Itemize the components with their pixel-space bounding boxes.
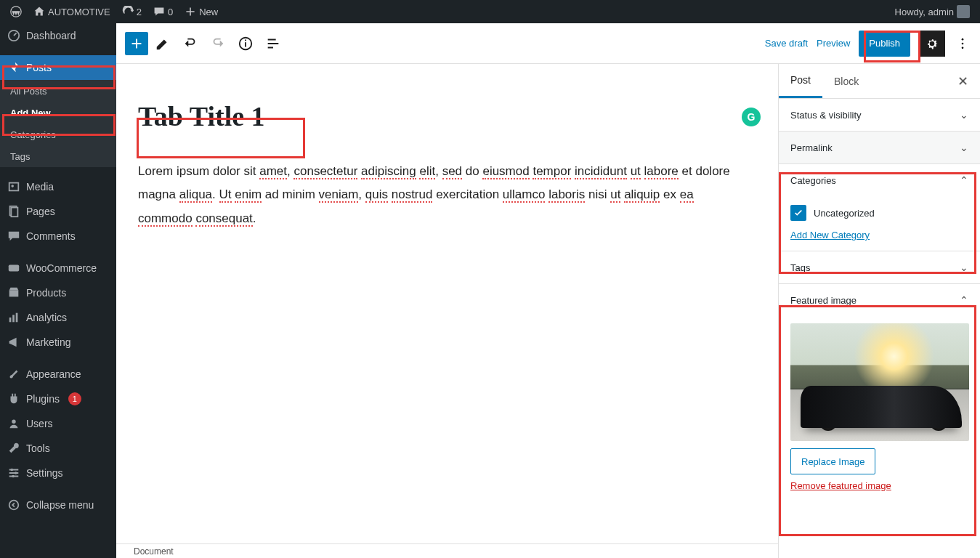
- sidebar-item-woocommerce[interactable]: WooCommerce: [0, 256, 116, 280]
- sidebar-item-label: Appearance: [26, 368, 81, 380]
- category-uncategorized[interactable]: Uncategorized: [790, 205, 968, 221]
- sidebar-item-settings[interactable]: Settings: [0, 461, 116, 485]
- svg-point-13: [15, 472, 17, 474]
- sidebar-item-analytics[interactable]: Analytics: [0, 305, 116, 330]
- sidebar-sub-tags[interactable]: Tags: [0, 145, 116, 167]
- comments-count: 0: [168, 7, 173, 17]
- panel-tags[interactable]: Tags ⌄: [779, 251, 980, 284]
- outline-button[interactable]: [260, 31, 286, 57]
- plugin-icon: [7, 392, 20, 405]
- comments-icon: [7, 230, 20, 243]
- sidebar-item-label: Plugins: [26, 393, 60, 405]
- svg-rect-17: [245, 42, 246, 46]
- avatar: [957, 5, 970, 18]
- close-settings-button[interactable]: ✕: [946, 73, 980, 89]
- refresh-icon: [122, 6, 134, 17]
- pages-icon: [7, 205, 20, 218]
- grammarly-badge[interactable]: G: [742, 108, 761, 126]
- save-draft-link[interactable]: Save draft: [765, 38, 808, 49]
- wp-logo[interactable]: [6, 0, 26, 23]
- more-menu-button[interactable]: [954, 31, 971, 57]
- svg-rect-9: [12, 315, 15, 322]
- replace-image-button[interactable]: Replace Image: [790, 448, 875, 474]
- tab-post[interactable]: Post: [779, 64, 822, 98]
- preview-link[interactable]: Preview: [817, 38, 850, 49]
- post-title-input[interactable]: Tab Title 1: [138, 93, 756, 140]
- sidebar-item-plugins[interactable]: Plugins 1: [0, 387, 116, 411]
- plugin-update-badge: 1: [68, 392, 81, 405]
- sidebar-item-pages[interactable]: Pages: [0, 199, 116, 224]
- analytics-icon: [7, 311, 20, 324]
- plus-icon: [129, 36, 145, 52]
- comments-link[interactable]: 0: [149, 0, 177, 23]
- redo-button[interactable]: [205, 31, 231, 57]
- tab-block[interactable]: Block: [822, 64, 870, 98]
- panel-categories-header[interactable]: Categories ⌃: [779, 164, 980, 196]
- sidebar-item-dashboard[interactable]: Dashboard: [0, 23, 116, 48]
- sidebar-sub-all-posts[interactable]: All Posts: [0, 80, 116, 102]
- sidebar-item-comments[interactable]: Comments: [0, 224, 116, 248]
- info-button[interactable]: [232, 31, 259, 57]
- howdy-link[interactable]: Howdy, admin: [891, 0, 974, 23]
- comment-icon: [153, 6, 165, 17]
- sidebar-item-label: Marketing: [26, 336, 70, 348]
- sidebar-item-users[interactable]: Users: [0, 411, 116, 436]
- editor-canvas[interactable]: G Tab Title 1 Lorem ipsum dolor sit amet…: [116, 64, 778, 543]
- svg-rect-5: [11, 208, 17, 217]
- block-breadcrumb[interactable]: Document: [116, 543, 778, 558]
- sidebar-item-marketing[interactable]: Marketing: [0, 330, 116, 355]
- panel-status-visibility[interactable]: Status & visibility ⌄: [779, 99, 980, 132]
- checkbox-checked-icon: [790, 205, 806, 221]
- sidebar-sub-categories[interactable]: Categories: [0, 124, 116, 145]
- sidebar-sub-add-new[interactable]: Add New: [0, 102, 116, 124]
- block-inserter-button[interactable]: [125, 32, 148, 55]
- wrench-icon: [7, 442, 20, 455]
- admin-bar: AUTOMOTIVE 2 0 New Howdy, admin: [0, 0, 980, 23]
- info-icon: [238, 36, 254, 52]
- panel-label: Tags: [790, 262, 810, 273]
- sidebar-collapse[interactable]: Collapse menu: [0, 493, 116, 517]
- panel-permalink[interactable]: Permalink ⌄: [779, 132, 980, 164]
- sidebar-item-media[interactable]: Media: [0, 174, 116, 199]
- sidebar-item-products[interactable]: Products: [0, 280, 116, 305]
- featured-image-preview[interactable]: [790, 323, 969, 441]
- site-name: AUTOMOTIVE: [48, 7, 110, 17]
- svg-point-20: [962, 42, 964, 44]
- new-link[interactable]: New: [180, 0, 222, 23]
- svg-point-21: [962, 46, 964, 49]
- howdy-text: Howdy, admin: [895, 7, 954, 17]
- publish-button[interactable]: Publish: [859, 31, 910, 57]
- panel-featured-image-body: Replace Image Remove featured image: [779, 316, 980, 501]
- sidebar-item-label: Products: [26, 287, 66, 299]
- edit-mode-button[interactable]: [150, 31, 176, 57]
- svg-rect-10: [16, 313, 18, 323]
- sidebar-item-label: Categories: [10, 129, 56, 140]
- chevron-down-icon: ⌄: [960, 142, 968, 153]
- sidebar-item-posts[interactable]: Posts: [0, 55, 116, 80]
- add-new-category-link[interactable]: Add New Category: [790, 230, 870, 240]
- sidebar-item-tools[interactable]: Tools: [0, 436, 116, 461]
- wordpress-icon: [10, 6, 22, 17]
- svg-rect-18: [245, 39, 246, 41]
- sidebar-item-label: WooCommerce: [26, 262, 97, 274]
- home-icon: [33, 6, 45, 17]
- panel-featured-image-header[interactable]: Featured image ⌃: [779, 284, 980, 316]
- site-link[interactable]: AUTOMOTIVE: [29, 0, 115, 23]
- undo-button[interactable]: [177, 31, 203, 57]
- sidebar-item-label: Add New: [10, 108, 51, 118]
- dashboard-icon: [7, 29, 20, 42]
- new-label: New: [199, 7, 218, 17]
- sidebar-item-label: Dashboard: [26, 30, 76, 41]
- post-paragraph[interactable]: Lorem ipsum dolor sit amet, consectetur …: [138, 160, 741, 230]
- panel-label: Featured image: [790, 295, 857, 306]
- updates-link[interactable]: 2: [118, 0, 146, 23]
- svg-rect-2: [9, 183, 19, 191]
- svg-point-19: [962, 38, 964, 40]
- settings-toggle-button[interactable]: [919, 31, 945, 57]
- remove-featured-image-link[interactable]: Remove featured image: [790, 480, 891, 491]
- panel-label: Status & visibility: [790, 110, 862, 121]
- brush-icon: [7, 368, 20, 381]
- sidebar-item-label: Comments: [26, 230, 76, 242]
- sidebar-item-appearance[interactable]: Appearance: [0, 362, 116, 387]
- chevron-up-icon: ⌃: [960, 174, 968, 186]
